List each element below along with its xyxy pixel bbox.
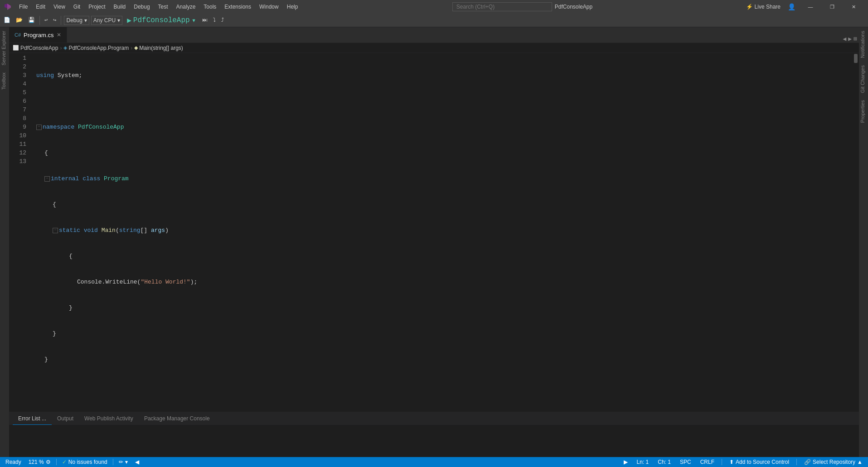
toolbar-step-over[interactable]: ⏭ <box>200 16 209 24</box>
breadcrumb-method[interactable]: ◆ Main(string[] args) <box>134 45 183 51</box>
run-label: PdfConsoleApp <box>133 16 190 24</box>
breadcrumb-class-label: PdfConsoleApp.Program <box>68 45 129 51</box>
title-bar: File Edit View Git Project Build Debug T… <box>0 0 868 14</box>
collapse-class[interactable]: − <box>44 176 50 182</box>
toolbar-open[interactable]: 📂 <box>14 16 24 24</box>
tab-output[interactable]: Output <box>52 412 79 425</box>
run-icon: ▶ <box>127 16 131 25</box>
menu-analyze[interactable]: Analyze <box>173 3 199 11</box>
minimize-button[interactable]: — <box>800 0 821 14</box>
menu-tools[interactable]: Tools <box>200 3 220 11</box>
tab-error-list[interactable]: Error List ... <box>13 412 52 425</box>
repo-icon: 🔗 <box>804 459 811 465</box>
line-num-6: 6 <box>9 97 26 106</box>
tab-program-cs[interactable]: C# Program.cs ✕ <box>9 27 67 43</box>
toolbox-label[interactable]: Toolbox <box>0 69 9 93</box>
notifications-label[interactable]: Notifications <box>859 27 868 62</box>
toolbar-sep-2 <box>61 16 61 25</box>
menu-help[interactable]: Help <box>283 3 302 11</box>
main-area: Server Explorer Toolbox C# Program.cs ✕ … <box>0 27 868 457</box>
tab-arrow-right[interactable]: ▶ <box>848 35 852 43</box>
issues-check-icon: ✓ <box>62 459 67 465</box>
status-zoom[interactable]: 121 % ⚙ <box>27 459 53 465</box>
status-spc[interactable]: SPC <box>678 459 693 465</box>
cpu-dropdown[interactable]: Any CPU ▾ <box>91 16 122 25</box>
status-issues[interactable]: ✓ No issues found <box>60 459 109 465</box>
tab-close-button[interactable]: ✕ <box>57 32 61 38</box>
line-num-7: 7 <box>9 106 26 114</box>
window-controls: — ❐ ✕ <box>800 0 864 14</box>
breadcrumb-project[interactable]: ⬜ PdfConsoleApp <box>13 45 58 51</box>
breadcrumb-project-label: PdfConsoleApp <box>20 45 58 51</box>
status-nav-left[interactable]: ◀ <box>133 459 141 465</box>
status-lint-icon[interactable]: ✏ ▾ <box>117 459 130 465</box>
menu-file[interactable]: File <box>15 3 31 11</box>
vs-logo-icon <box>4 3 12 11</box>
status-crlf[interactable]: CRLF <box>698 459 716 465</box>
debug-mode-dropdown[interactable]: Debug ▾ <box>64 16 89 25</box>
status-sep-3 <box>722 459 722 465</box>
status-nav-right[interactable]: ▶ <box>622 459 630 465</box>
select-repository[interactable]: 🔗 Select Repository ▲ <box>802 459 864 465</box>
issues-label: No issues found <box>68 459 107 465</box>
properties-label[interactable]: Properties <box>859 96 868 126</box>
toolbar-new[interactable]: 📄 <box>2 16 12 24</box>
breadcrumb-class[interactable]: ◈ PdfConsoleApp.Program <box>63 45 129 51</box>
tab-bar: C# Program.cs ✕ ◀ ▶ ⊞ <box>9 27 859 43</box>
menu-debug[interactable]: Debug <box>130 3 153 11</box>
menu-window[interactable]: Window <box>256 3 282 11</box>
toolbar-redo[interactable]: ↪ <box>51 16 58 24</box>
code-editor[interactable]: 1 2 3 4 5 6 7 8 9 10 11 12 13 using Syst… <box>9 53 859 412</box>
vertical-scrollbar[interactable] <box>853 53 859 412</box>
menu-project[interactable]: Project <box>85 3 109 11</box>
split-editor-icon[interactable]: ⊞ <box>853 35 857 43</box>
repo-chevron: ▲ <box>857 459 863 465</box>
code-line-12: } <box>36 355 853 364</box>
debug-mode-label: Debug <box>66 17 82 24</box>
menu-edit[interactable]: Edit <box>32 3 49 11</box>
lint-chevron: ▾ <box>125 459 128 465</box>
editor-area: C# Program.cs ✕ ◀ ▶ ⊞ ⬜ PdfConsoleApp › … <box>9 27 859 457</box>
status-ch[interactable]: Ch: 1 <box>656 459 673 465</box>
code-line-9: Console.WriteLine("Hello World!"); <box>36 278 853 286</box>
run-button[interactable]: ▶ PdfConsoleApp ▾ <box>124 15 199 26</box>
add-source-control[interactable]: ⬆ Add to Source Control <box>727 459 791 465</box>
status-ready[interactable]: Ready <box>4 459 23 465</box>
code-line-7: −static void Main(string[] args) <box>36 226 853 235</box>
menu-test[interactable]: Test <box>155 3 172 11</box>
user-avatar[interactable]: 👤 <box>788 3 795 10</box>
search-input[interactable] <box>452 2 552 11</box>
menu-view[interactable]: View <box>50 3 69 11</box>
tab-web-publish[interactable]: Web Publish Activity <box>79 412 139 425</box>
menu-extensions[interactable]: Extensions <box>221 3 255 11</box>
code-line-6: { <box>36 200 853 209</box>
tab-package-manager[interactable]: Package Manager Console <box>139 412 215 425</box>
toolbar-sep-1 <box>39 16 40 25</box>
live-share-button[interactable]: ⚡ Live Share <box>743 3 783 11</box>
collapse-namespace[interactable]: − <box>36 125 42 130</box>
code-content[interactable]: using System; −namespace PdfConsoleApp {… <box>32 53 853 412</box>
status-ln[interactable]: Ln: 1 <box>635 459 651 465</box>
maximize-button[interactable]: ❐ <box>822 0 843 14</box>
tab-arrow-left[interactable]: ◀ <box>843 35 847 43</box>
ready-label: Ready <box>5 459 21 465</box>
close-button[interactable]: ✕ <box>844 0 864 14</box>
collapse-method[interactable]: − <box>53 228 58 233</box>
git-changes-label[interactable]: Git Changes <box>859 62 868 96</box>
toolbar-step-into[interactable]: ⤵ <box>211 16 218 24</box>
toolbar-save[interactable]: 💾 <box>26 16 37 24</box>
toolbar-undo[interactable]: ↩ <box>43 16 49 24</box>
line-num-11: 11 <box>9 140 26 149</box>
zoom-label: 121 % <box>29 459 44 465</box>
breadcrumb-sep-2: › <box>131 45 132 51</box>
ch-label: Ch: 1 <box>658 459 671 465</box>
toolbar-step-out[interactable]: ⤴ <box>219 16 226 24</box>
line-num-4: 4 <box>9 80 26 88</box>
live-share-icon: ⚡ <box>746 4 753 10</box>
server-explorer-label[interactable]: Server Explorer <box>0 27 9 69</box>
status-left: Ready 121 % ⚙ ✓ No issues found ✏ ▾ ◀ <box>4 459 141 465</box>
line-numbers: 1 2 3 4 5 6 7 8 9 10 11 12 13 <box>9 53 32 412</box>
menu-git[interactable]: Git <box>70 3 84 11</box>
menu-build[interactable]: Build <box>110 3 130 11</box>
class-icon: ◈ <box>63 45 67 51</box>
